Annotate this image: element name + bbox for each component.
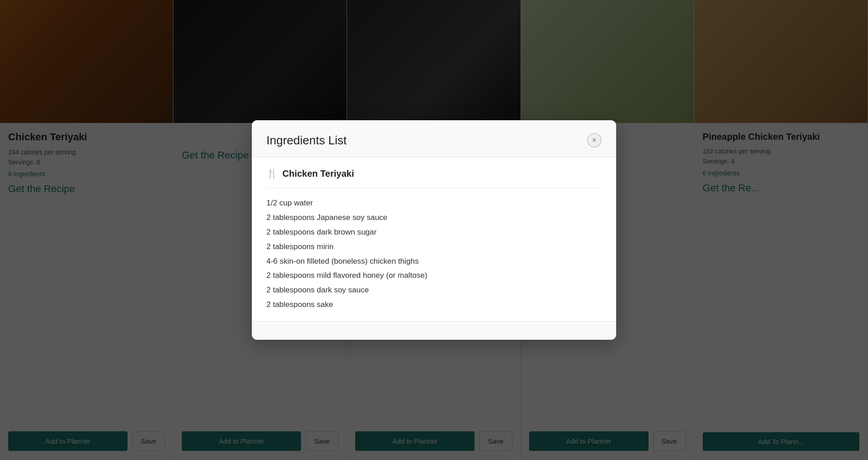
modal-title: Ingredients List bbox=[266, 133, 347, 148]
ingredient-item: 2 tablespoons Japanese soy sauce bbox=[266, 212, 602, 223]
modal-header: Ingredients List × bbox=[252, 120, 616, 157]
ingredient-item: 1/2 cup water bbox=[266, 198, 602, 209]
ingredients-list: 1/2 cup water2 tablespoons Japanese soy … bbox=[266, 198, 602, 310]
modal-close-button[interactable]: × bbox=[587, 133, 602, 148]
modal-overlay[interactable]: Ingredients List × 🍴 Chicken Teriyaki 1/… bbox=[0, 0, 868, 460]
ingredients-modal: Ingredients List × 🍴 Chicken Teriyaki 1/… bbox=[252, 120, 616, 339]
modal-footer bbox=[252, 321, 616, 340]
ingredient-item: 4-6 skin-on filleted (boneless) chicken … bbox=[266, 256, 602, 267]
ingredient-item: 2 tablespoons mirin bbox=[266, 241, 602, 252]
modal-recipe-title: Chicken Teriyaki bbox=[282, 169, 354, 179]
modal-body: 🍴 Chicken Teriyaki 1/2 cup water2 tables… bbox=[252, 157, 616, 321]
modal-recipe-header: 🍴 Chicken Teriyaki bbox=[266, 168, 602, 189]
ingredient-item: 2 tablespoons sake bbox=[266, 299, 602, 310]
fork-knife-icon: 🍴 bbox=[266, 168, 278, 179]
ingredient-item: 2 tablespoons dark brown sugar bbox=[266, 227, 602, 238]
ingredient-item: 2 tablespoons dark soy sauce bbox=[266, 285, 602, 296]
ingredient-item: 2 tablespoons mild flavored honey (or ma… bbox=[266, 270, 602, 281]
